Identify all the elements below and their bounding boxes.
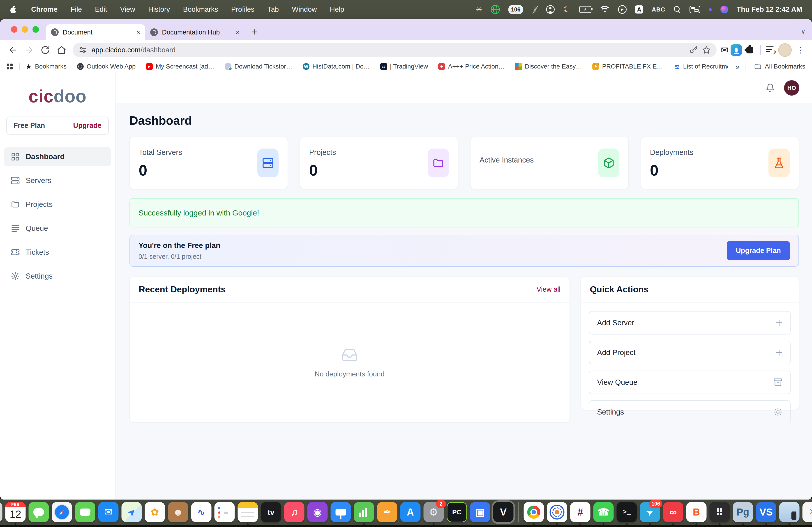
- upgrade-plan-button[interactable]: Upgrade Plan: [727, 241, 790, 260]
- dock-app-icon[interactable]: [524, 502, 544, 522]
- dock-app-icon[interactable]: B: [686, 502, 707, 522]
- sidebar-nav-item[interactable]: Settings: [4, 267, 111, 286]
- menu-bar-clock[interactable]: Thu Feb 12 2:42 AM: [737, 5, 802, 14]
- extensions-puzzle-icon[interactable]: [746, 47, 753, 54]
- menu-item[interactable]: File: [71, 5, 82, 14]
- dock-app-icon[interactable]: ⠿: [710, 502, 730, 522]
- input-source-icon[interactable]: A: [635, 5, 643, 14]
- apple-logo-icon[interactable]: [10, 6, 17, 13]
- bookmark-star-icon[interactable]: [702, 46, 711, 54]
- dock-app-icon[interactable]: ▦: [0, 502, 2, 522]
- reload-button[interactable]: [38, 43, 52, 57]
- menu-item[interactable]: View: [120, 5, 135, 14]
- tab-search-chevron-icon[interactable]: ∨: [801, 27, 806, 35]
- dock-app-icon[interactable]: ☻: [168, 502, 188, 522]
- dock-app-icon[interactable]: [75, 502, 96, 522]
- sidebar-nav-item[interactable]: Tickets: [4, 243, 111, 262]
- dock-app-icon[interactable]: ☎: [593, 502, 614, 522]
- menu-item[interactable]: Tab: [267, 5, 279, 14]
- bookmark-item[interactable]: ★ Bookmarks: [25, 63, 67, 70]
- bookmarks-overflow-chevron[interactable]: »: [735, 62, 740, 71]
- bookmark-item[interactable]: + A+++ Price Action…: [438, 63, 505, 70]
- menu-item[interactable]: History: [148, 5, 170, 14]
- user-avatar[interactable]: HO: [784, 80, 799, 95]
- sidebar-nav-item[interactable]: Queue: [4, 219, 111, 238]
- bookmark-item[interactable]: ≋ List of Recruitmen…: [673, 63, 728, 70]
- menu-item[interactable]: Profiles: [231, 5, 255, 14]
- siri-icon[interactable]: [721, 6, 728, 13]
- dock-app-icon[interactable]: ◉: [307, 502, 328, 522]
- spotlight-search-icon[interactable]: [674, 6, 681, 13]
- quick-action-button[interactable]: Settings: [589, 400, 791, 423]
- tab-close-icon[interactable]: ×: [136, 28, 140, 36]
- dock-app-icon[interactable]: ≡: [215, 502, 235, 522]
- dock-app-icon[interactable]: [779, 502, 800, 522]
- menu-item[interactable]: Edit: [95, 5, 107, 14]
- dock-app-icon[interactable]: Pg: [733, 502, 753, 522]
- view-all-link[interactable]: View all: [537, 285, 561, 293]
- user-switch-icon[interactable]: [546, 5, 555, 14]
- dock-app-icon[interactable]: tv: [261, 502, 281, 522]
- back-button[interactable]: [6, 43, 20, 57]
- focus-moon-icon[interactable]: ☾: [562, 4, 572, 15]
- mail-extension-icon[interactable]: ✉: [721, 45, 728, 55]
- dock-app-icon[interactable]: [52, 502, 72, 522]
- dock-app-icon[interactable]: ✿: [145, 502, 165, 522]
- quick-action-button[interactable]: View Queue: [589, 371, 791, 394]
- sidebar-nav-item[interactable]: Servers: [4, 171, 111, 190]
- dock-app-icon[interactable]: PC: [447, 502, 467, 522]
- zoom-window-button[interactable]: [32, 26, 39, 33]
- dock-app-icon[interactable]: ♫: [284, 502, 304, 522]
- battery-charging-icon[interactable]: [579, 6, 591, 13]
- bookmark-item[interactable]: Outlook Web App: [77, 63, 135, 70]
- sidebar-nav-item[interactable]: Projects: [4, 195, 111, 214]
- dock-app-icon[interactable]: ➤ 106: [640, 502, 660, 522]
- wifi-icon[interactable]: [600, 6, 609, 13]
- bookmark-item[interactable]: ▶ My Screencast [ad…: [146, 63, 214, 70]
- dock-app-icon[interactable]: ✉: [98, 502, 119, 522]
- dock-app-icon[interactable]: #: [570, 502, 591, 522]
- site-settings-icon[interactable]: [78, 46, 87, 54]
- home-button[interactable]: [55, 43, 69, 57]
- play-menu-icon[interactable]: ▶: [618, 5, 627, 14]
- bookmark-item[interactable]: Download Tickstor…: [224, 63, 292, 70]
- vpn-globe-icon[interactable]: [491, 5, 500, 14]
- bluetooth-off-icon[interactable]: ᛒ: [532, 5, 537, 14]
- menu-item[interactable]: Help: [330, 5, 344, 14]
- notification-count-badge[interactable]: 106: [508, 5, 523, 14]
- minimize-window-button[interactable]: [21, 26, 28, 33]
- sidebar-nav-item[interactable]: Dashboard: [4, 147, 111, 166]
- bookmark-item[interactable]: PROFITABLE FX E…: [592, 63, 663, 70]
- dock-app-icon[interactable]: ✳: [802, 502, 812, 522]
- dock-app-icon[interactable]: [29, 502, 49, 522]
- browser-tab[interactable]: Documentation Hub ×: [145, 24, 245, 40]
- dock-app-icon[interactable]: A: [400, 502, 421, 522]
- browser-tab[interactable]: Document ×: [46, 24, 145, 40]
- password-key-icon[interactable]: [689, 46, 698, 54]
- url-text[interactable]: app.cicdoo.com/dashboard: [91, 46, 684, 54]
- bookmark-item[interactable]: 17 | TradingView: [380, 63, 428, 70]
- new-tab-button[interactable]: +: [252, 26, 258, 38]
- dock-app-icon[interactable]: [354, 502, 374, 522]
- dock-app-icon[interactable]: ⚙ 2: [424, 502, 444, 522]
- bookmark-item[interactable]: Discover the Easy…: [515, 63, 582, 70]
- browser-profile-avatar[interactable]: [778, 43, 792, 57]
- control-center-icon[interactable]: [690, 6, 700, 13]
- dock-app-icon[interactable]: VS: [756, 502, 777, 522]
- dock-app-icon[interactable]: 12: [5, 502, 26, 522]
- quick-action-button[interactable]: Add Project +: [589, 341, 791, 364]
- voice-extension-icon[interactable]: [730, 44, 742, 56]
- menu-item[interactable]: Bookmarks: [183, 5, 218, 14]
- forward-button[interactable]: [22, 43, 36, 57]
- menu-item[interactable]: Chrome: [31, 5, 58, 14]
- address-bar[interactable]: app.cicdoo.com/dashboard: [73, 43, 716, 57]
- media-playlist-icon[interactable]: [766, 46, 776, 55]
- dock-app-icon[interactable]: [547, 502, 567, 522]
- browser-menu-kebab-icon[interactable]: ⋮: [796, 45, 804, 55]
- dock-app-icon[interactable]: >_: [617, 502, 637, 522]
- dock-app-icon[interactable]: ✒: [377, 502, 397, 522]
- notifications-bell-icon[interactable]: [766, 83, 775, 93]
- dock-app-icon[interactable]: [331, 502, 351, 522]
- cicdoo-logo[interactable]: cicdoo: [28, 86, 86, 107]
- chatgpt-menu-icon[interactable]: ✳: [476, 5, 482, 14]
